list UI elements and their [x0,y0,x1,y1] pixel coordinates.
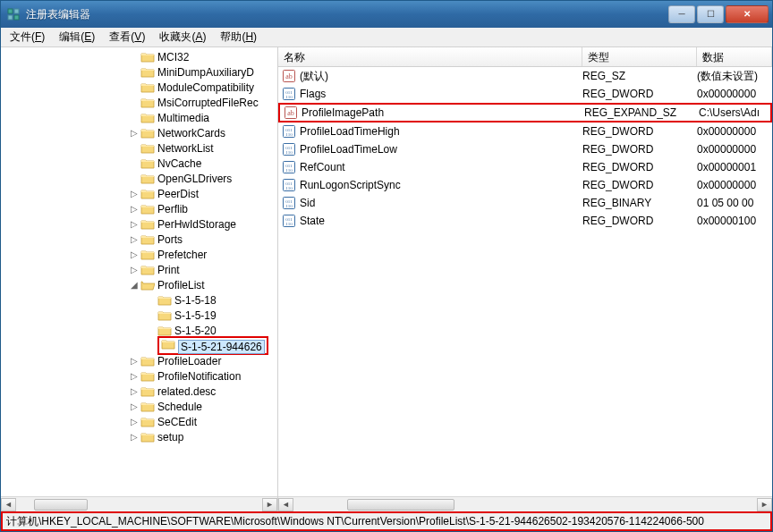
tree-item[interactable]: NvCache [1,156,277,171]
tree-item[interactable]: ▷Ports [1,232,277,247]
tree-item[interactable]: ▷Schedule [1,399,277,414]
tree-toggle-icon[interactable]: ▷ [129,204,140,214]
tree-toggle-icon[interactable]: ▷ [129,219,140,229]
tree-item[interactable]: ◢ProfileList [1,277,277,292]
list-row[interactable]: RefCountREG_DWORD0x00000001 [278,158,772,176]
tree-item[interactable]: ▷Perflib [1,201,277,216]
cell-name: ProfileImagePath [280,106,584,120]
tree-toggle-icon[interactable]: ▷ [129,128,140,138]
list-row[interactable]: SidREG_BINARY01 05 00 00 [278,194,772,212]
tree-item[interactable]: OpenGLDrivers [1,171,277,186]
list-row[interactable]: RunLogonScriptSyncREG_DWORD0x00000000 [278,176,772,194]
tree-item[interactable]: ▷related.desc [1,384,277,399]
tree-toggle-icon[interactable]: ▷ [129,189,140,198]
tree-item-label: Schedule [157,401,202,413]
folder-icon [140,431,155,443]
folder-icon [140,112,155,124]
tree-toggle-icon[interactable]: ▷ [129,401,140,411]
cell-data: 0x00000001 [697,161,772,173]
binary-value-icon [282,178,296,192]
menu-f[interactable]: 文件(F) [3,28,52,46]
value-name: ProfileLoadTimeHigh [300,125,400,138]
folder-icon [157,309,172,322]
folder-icon [140,401,155,413]
list-row[interactable]: (默认)REG_SZ(数值未设置) [278,67,772,85]
tree-item-label: Ports [157,233,183,246]
menu-h[interactable]: 帮助(H) [213,28,264,46]
tree-toggle-icon[interactable]: ▷ [129,371,140,381]
titlebar[interactable]: 注册表编辑器 ─ ☐ ✕ [1,1,772,28]
scroll-right-button[interactable]: ► [262,498,277,511]
tree-item[interactable]: ▷SeCEdit [1,414,277,429]
tree-item[interactable]: ▷NetworkCards [1,125,277,140]
binary-value-icon [282,214,296,228]
tree-item[interactable]: MsiCorruptedFileRec [1,95,277,110]
menu-a[interactable]: 收藏夹(A) [152,28,213,46]
scroll-left-button[interactable]: ◄ [1,498,16,511]
folder-icon [140,127,155,139]
list-hscrollbar[interactable]: ◄ ► [278,496,772,511]
tree-toggle-icon[interactable]: ▷ [129,432,140,442]
tree-item[interactable]: ▷ProfileLoader [1,353,277,368]
tree-item[interactable]: ▷ProfileNotification [1,368,277,384]
tree-hscrollbar[interactable]: ◄ ► [1,496,277,511]
folder-icon [157,294,172,307]
tree-item[interactable]: ▷PeerDist [1,186,277,201]
tree-item-label: ModuleCompatibility [157,81,254,94]
binary-value-icon [282,196,296,210]
tree-toggle-icon[interactable]: ▷ [129,356,140,366]
tree-item[interactable]: MCI32 [1,49,277,64]
tree-item[interactable]: Multimedia [1,110,277,125]
minimize-button[interactable]: ─ [668,5,695,23]
tree-toggle-icon[interactable]: ▷ [129,234,140,244]
tree-item[interactable]: NetworkList [1,140,277,156]
list-row[interactable]: StateREG_DWORD0x00000100 [278,212,772,230]
scroll-left-button[interactable]: ◄ [278,498,293,511]
tree-item-label: Perflib [157,203,188,215]
tree-item-label: related.desc [157,385,216,398]
content-area: MCI32MiniDumpAuxiliaryDModuleCompatibili… [1,47,772,511]
cell-name: RunLogonScriptSync [278,178,582,192]
scroll-thumb[interactable] [34,499,88,511]
cell-type: REG_DWORD [582,179,697,191]
tree-item[interactable]: S-1-5-18 [1,292,277,308]
scroll-right-button[interactable]: ► [757,498,772,511]
tree-toggle-icon[interactable]: ▷ [129,417,140,426]
tree-item[interactable]: ▷Prefetcher [1,247,277,262]
folder-icon [140,355,155,367]
list-pane[interactable]: 名称 类型 数据 (默认)REG_SZ(数值未设置)FlagsREG_DWORD… [278,47,772,511]
scroll-track[interactable] [16,498,262,511]
scroll-thumb[interactable] [347,499,454,511]
list-row[interactable]: ProfileLoadTimeHighREG_DWORD0x00000000 [278,122,772,140]
tree-toggle-icon[interactable]: ◢ [129,280,140,290]
list-row[interactable]: ProfileImagePathREG_EXPAND_SZC:\Users\Ad… [278,103,772,122]
tree-item[interactable]: ▷Print [1,262,277,277]
tree-item[interactable]: S-1-5-21-944626 [1,338,277,353]
menu-e[interactable]: 编辑(E) [52,28,102,46]
statusbar-path: 计算机\HKEY_LOCAL_MACHINE\SOFTWARE\Microsof… [6,514,704,529]
tree-toggle-icon[interactable]: ▷ [129,386,140,396]
registry-editor-window: 注册表编辑器 ─ ☐ ✕ 文件(F)编辑(E)查看(V)收藏夹(A)帮助(H) … [0,0,773,532]
tree-item-label: ProfileNotification [157,370,241,383]
tree-toggle-icon[interactable]: ▷ [129,265,140,274]
tree-item[interactable]: S-1-5-19 [1,308,277,323]
list-row[interactable]: ProfileLoadTimeLowREG_DWORD0x00000000 [278,140,772,158]
tree-item[interactable]: MiniDumpAuxiliaryD [1,64,277,80]
column-header-data[interactable]: 数据 [697,47,772,66]
column-header-name[interactable]: 名称 [278,47,582,66]
folder-icon [157,325,172,337]
close-button[interactable]: ✕ [726,5,769,23]
value-name: RefCount [300,161,345,173]
cell-name: Sid [278,196,582,210]
tree-toggle-icon[interactable]: ▷ [129,249,140,259]
tree-item[interactable]: ▷PerHwIdStorage [1,216,277,232]
scroll-track[interactable] [293,498,757,511]
tree-item[interactable]: ModuleCompatibility [1,80,277,95]
tree-item-label: PerHwIdStorage [157,218,236,231]
tree-item[interactable]: ▷setup [1,429,277,444]
maximize-button[interactable]: ☐ [697,5,724,23]
list-row[interactable]: FlagsREG_DWORD0x00000000 [278,85,772,103]
column-header-type[interactable]: 类型 [582,47,697,66]
tree-pane[interactable]: MCI32MiniDumpAuxiliaryDModuleCompatibili… [1,47,278,511]
menu-v[interactable]: 查看(V) [102,28,152,46]
